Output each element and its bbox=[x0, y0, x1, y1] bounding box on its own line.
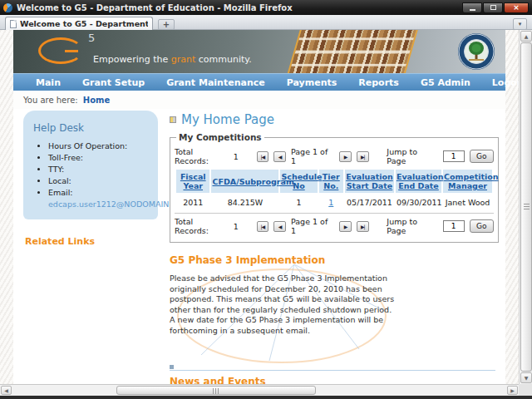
tab-title: Welcome to G5 - Department of Edu... bbox=[20, 19, 148, 28]
col-competition-manager[interactable]: Competition Manager bbox=[443, 170, 492, 193]
taskbar-edge bbox=[0, 396, 532, 399]
last-page-button[interactable]: ▶| bbox=[357, 151, 369, 162]
help-desk-item-tty: TTY: bbox=[48, 164, 151, 175]
minimize-icon bbox=[470, 9, 475, 11]
breadcrumb-prefix: You are here: bbox=[23, 96, 78, 105]
title-bar: Welcome to G5 - Department of Education … bbox=[0, 0, 532, 15]
cell-eval-end-date: 09/30/2011 bbox=[396, 195, 441, 210]
page-icon bbox=[10, 20, 17, 28]
news-title: News and Events bbox=[170, 376, 499, 384]
related-links-heading: Related Links bbox=[25, 236, 158, 247]
new-tab-button[interactable]: + bbox=[158, 19, 175, 30]
col-fiscal-year[interactable]: Fiscal Year bbox=[176, 170, 209, 193]
table-header-row: Fiscal Year CFDA/Subprogram Schedule No … bbox=[176, 170, 492, 193]
scrollbar-corner bbox=[519, 384, 532, 396]
help-desk-item-email: Email: bbox=[48, 187, 151, 199]
jump-to-page-label: Jump to Page bbox=[387, 217, 437, 235]
prev-page-button[interactable]: ◀ bbox=[273, 151, 286, 162]
vertical-scroll-thumb[interactable] bbox=[520, 42, 532, 372]
nav-g5-admin[interactable]: G5 Admin bbox=[410, 77, 481, 88]
table-row: 2011 84.215W 1 1 05/17/2011 09/30/2011 J… bbox=[176, 195, 492, 210]
last-page-button[interactable]: ▶| bbox=[357, 221, 369, 232]
jump-to-page-input[interactable] bbox=[443, 220, 465, 232]
first-page-button[interactable]: |◀ bbox=[257, 221, 269, 232]
my-competitions-legend: My Competitions bbox=[176, 132, 264, 142]
cell-cfda-subprogram: 84.215W bbox=[211, 195, 278, 210]
section-divider bbox=[170, 364, 495, 371]
phase3-title: G5 Phase 3 Implementation bbox=[170, 254, 499, 266]
help-desk-list: Hours Of Operation: Toll-Free: TTY: Loca… bbox=[48, 140, 151, 199]
phase3-section: G5 Phase 3 Implementation Please be advi… bbox=[170, 254, 499, 336]
maximize-icon bbox=[490, 5, 496, 10]
g5-logo-bar bbox=[65, 50, 78, 52]
department-of-education-seal-icon bbox=[457, 32, 495, 71]
pagination-top: Total Records: 1 |◀ ◀ Page 1 of 1 ▶ ▶| J… bbox=[175, 145, 494, 168]
col-eval-start-date[interactable]: Evaluation Start Date bbox=[345, 170, 394, 193]
go-button[interactable]: Go bbox=[470, 150, 494, 163]
g5-logo-five: 5 bbox=[88, 32, 95, 44]
help-desk-item-tollfree: Toll-Free: bbox=[48, 152, 151, 164]
cell-eval-start-date: 05/17/2011 bbox=[345, 195, 394, 210]
phase3-body: Please be advised that the G5 Phase 3 Im… bbox=[170, 273, 397, 336]
nav-payments[interactable]: Payments bbox=[276, 77, 348, 88]
cell-fiscal-year: 2011 bbox=[176, 195, 209, 210]
nav-main[interactable]: Main bbox=[25, 77, 71, 88]
first-page-button[interactable]: |◀ bbox=[257, 151, 269, 162]
cell-schedule-no: 1 bbox=[280, 195, 317, 210]
sidebar: Help Desk Hours Of Operation: Toll-Free:… bbox=[23, 111, 158, 247]
tagline-pre: Empowering the bbox=[93, 54, 171, 65]
nav-grant-setup[interactable]: Grant Setup bbox=[71, 77, 155, 88]
nav-grant-maintenance[interactable]: Grant Maintenance bbox=[155, 77, 276, 88]
breadcrumb: You are here: Home bbox=[13, 91, 505, 109]
window-title: Welcome to G5 - Department of Education … bbox=[17, 3, 459, 12]
news-section: News and Events 01/07/11 implementation … bbox=[170, 364, 499, 384]
tagline-highlight: grant bbox=[171, 54, 196, 65]
help-desk-email-link[interactable]: edcaps.user1212@NODOMAIN bbox=[48, 199, 151, 209]
site-banner: 5 Empowering the grant community. bbox=[13, 30, 505, 73]
page-content: 5 Empowering the grant community. Main G… bbox=[13, 30, 505, 384]
page-title: My Home Page bbox=[181, 112, 274, 127]
browser-viewport: 5 Empowering the grant community. Main G… bbox=[0, 30, 532, 384]
col-eval-end-date[interactable]: Evaluation End Date bbox=[396, 170, 441, 193]
browser-window: Welcome to G5 - Department of Education … bbox=[0, 0, 532, 399]
total-records-label: Total Records: bbox=[175, 217, 229, 235]
next-page-button[interactable]: ▶ bbox=[339, 151, 352, 162]
horizontal-scroll-thumb[interactable] bbox=[116, 386, 316, 395]
scroll-right-button[interactable]: ▶ bbox=[507, 386, 518, 395]
tab-welcome-to-g5[interactable]: Welcome to G5 - Department of Edu... bbox=[5, 17, 153, 30]
scroll-left-button[interactable]: ◀ bbox=[1, 386, 12, 395]
tier-no-link[interactable]: 1 bbox=[328, 198, 333, 207]
go-button[interactable]: Go bbox=[470, 219, 494, 233]
page-indicator: Page 1 of 1 bbox=[291, 217, 334, 235]
total-records-value: 1 bbox=[234, 152, 239, 161]
next-page-button[interactable]: ▶ bbox=[339, 221, 352, 232]
help-desk-item-hours: Hours Of Operation: bbox=[48, 140, 151, 152]
pagination-bottom: Total Records: 1 |◀ ◀ Page 1 of 1 ▶ ▶| J… bbox=[175, 213, 494, 238]
prev-page-button[interactable]: ◀ bbox=[273, 221, 286, 232]
total-records-value: 1 bbox=[234, 222, 239, 231]
total-records-label: Total Records: bbox=[175, 147, 229, 165]
tab-bar: Welcome to G5 - Department of Edu... + ▾ bbox=[0, 15, 532, 30]
breadcrumb-home-link[interactable]: Home bbox=[83, 96, 110, 105]
banner-tagline: Empowering the grant community. bbox=[93, 54, 252, 65]
scroll-up-button[interactable]: ▲ bbox=[520, 31, 532, 42]
close-icon: × bbox=[513, 4, 520, 12]
page-indicator: Page 1 of 1 bbox=[291, 147, 334, 165]
maximize-button[interactable] bbox=[483, 2, 503, 13]
scroll-down-button[interactable]: ▼ bbox=[520, 372, 532, 383]
col-cfda-subprogram[interactable]: CFDA/Subprogram bbox=[211, 170, 278, 193]
cell-competition-manager: Janet Wood bbox=[443, 195, 492, 210]
help-desk-box: Help Desk Hours Of Operation: Toll-Free:… bbox=[23, 111, 158, 219]
vertical-scrollbar[interactable]: ▲ ▼ bbox=[519, 30, 532, 384]
firefox-icon[interactable] bbox=[3, 3, 12, 12]
minimize-button[interactable] bbox=[462, 2, 482, 13]
jump-to-page-label: Jump to Page bbox=[387, 147, 437, 165]
competitions-table: Fiscal Year CFDA/Subprogram Schedule No … bbox=[175, 168, 494, 212]
nav-reports[interactable]: Reports bbox=[347, 77, 410, 88]
main-column: My Home Page My Competitions Total Recor… bbox=[170, 111, 499, 384]
close-button[interactable]: × bbox=[504, 2, 529, 13]
horizontal-scrollbar[interactable]: ◀ ▶ bbox=[0, 384, 532, 396]
jump-to-page-input[interactable] bbox=[443, 150, 465, 162]
list-tabs-button[interactable]: ▾ bbox=[513, 18, 527, 30]
col-tier-no[interactable]: Tier No. bbox=[319, 170, 343, 193]
